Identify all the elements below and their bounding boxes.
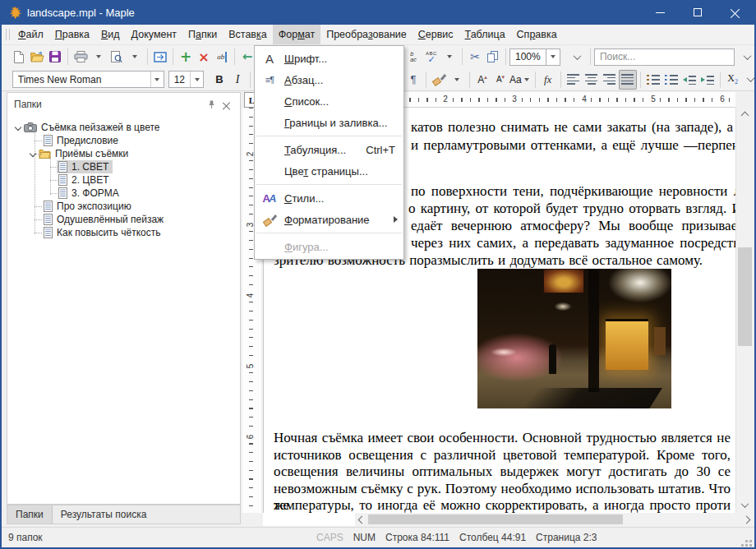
justify-button[interactable] — [619, 70, 637, 90]
rename-button[interactable]: ab — [213, 47, 231, 67]
shrink-font-button[interactable]: A▾ — [491, 70, 509, 90]
toolbar-overflow-button[interactable] — [742, 70, 756, 90]
menu-table[interactable]: Таблица — [459, 25, 511, 44]
close-icon — [731, 7, 740, 17]
decrease-indent-button[interactable] — [680, 70, 698, 90]
tree-item-root[interactable]: Съёмка пейзажей в цвете — [7, 121, 240, 134]
open-button[interactable] — [28, 47, 46, 67]
font-family-combo[interactable]: Times New Roman — [12, 71, 164, 88]
tree-item[interactable]: 2. ЦВЕТ — [7, 173, 240, 187]
cut-button[interactable]: ✂ — [466, 47, 484, 67]
line-indicator: Строка 84:111 — [385, 532, 449, 543]
ceiling-lamp — [551, 301, 574, 312]
menu-view[interactable]: Вид — [95, 25, 126, 44]
menu-document[interactable]: Документ — [126, 25, 182, 44]
menu-folders[interactable]: Папки — [182, 25, 223, 44]
search-input[interactable]: Поиск... — [594, 48, 735, 66]
scroll-right-button[interactable] — [740, 513, 753, 526]
ruler-number: 4 — [579, 95, 589, 104]
subscript-button[interactable]: X2 — [724, 70, 742, 90]
change-case-dropdown-button[interactable]: Aa — [509, 70, 532, 90]
scroll-down-button[interactable] — [736, 499, 753, 511]
menu-item-tabs[interactable]: Табуляция... Ctrl+T — [255, 139, 403, 160]
menu-item-page-color[interactable]: Цвет страницы... — [255, 160, 403, 182]
menu-insert[interactable]: Вставка — [223, 25, 272, 44]
close-panel-button[interactable] — [219, 97, 233, 112]
pin-panel-button[interactable] — [204, 97, 219, 112]
menu-item-paragraph[interactable]: ≡¶ Абзац... — [255, 69, 403, 90]
align-right-button[interactable] — [601, 70, 619, 90]
document-text-line: о картину, от которой будет трудно оторв… — [408, 201, 735, 217]
menu-edit[interactable]: Правка — [49, 25, 95, 44]
bullet-list-button[interactable] — [662, 70, 680, 90]
tree-item[interactable]: Предисловие — [7, 134, 240, 147]
shop-sign — [543, 269, 584, 293]
chevron-down-icon[interactable] — [15, 124, 21, 131]
scroll-up-button[interactable] — [736, 109, 753, 122]
add-folder-button[interactable]: + — [177, 47, 195, 67]
menu-file[interactable]: Файл — [12, 25, 49, 44]
formula-button[interactable]: fx — [539, 70, 557, 90]
menu-service[interactable]: Сервис — [413, 25, 459, 44]
minimize-button[interactable] — [641, 0, 679, 25]
menu-help[interactable]: Справка — [511, 25, 563, 44]
menu-item-font[interactable]: A Шрифт... — [255, 48, 403, 69]
tree-item[interactable]: Как повысить чёткость — [7, 226, 240, 239]
zoom-dropdown[interactable] — [546, 48, 560, 66]
horizontal-scroll-thumb[interactable] — [368, 514, 623, 524]
menu-item-styles[interactable]: AA Стили... — [255, 187, 403, 209]
grow-font-button[interactable]: A▴ — [473, 70, 491, 90]
spellcheck-button[interactable]: ABC✓ — [422, 47, 440, 67]
font-size-combo[interactable]: 12 — [168, 71, 204, 88]
rename-icon: ab — [217, 52, 227, 62]
spellcheck-dropdown[interactable] — [440, 47, 459, 67]
italic-button[interactable]: I — [228, 70, 247, 90]
shrink-font-icon: A▾ — [496, 74, 505, 84]
menu-transform[interactable]: Преобразование — [320, 25, 413, 44]
embedded-photo[interactable] — [477, 269, 671, 408]
delete-button[interactable]: × — [195, 47, 213, 67]
menubar-grip[interactable] — [6, 29, 10, 40]
scroll-left-button[interactable] — [355, 513, 368, 526]
tree-item-folder[interactable]: Приёмы съёмки — [7, 147, 240, 160]
menu-item-borders-shading[interactable]: Границы и заливка... — [255, 112, 403, 133]
close-button[interactable] — [717, 0, 754, 25]
menu-item-list[interactable]: Список... — [255, 90, 403, 112]
tree-item[interactable]: Одушевлённый пейзаж — [7, 213, 240, 226]
menu-format[interactable]: Формат — [273, 25, 320, 44]
numbered-list-button[interactable] — [644, 70, 662, 90]
change-case-button[interactable]: bac — [404, 47, 422, 67]
align-left-button[interactable] — [565, 70, 583, 90]
tree-item-selected[interactable]: 1. СВЕТ — [7, 160, 240, 173]
vertical-scroll-thumb[interactable] — [738, 247, 752, 346]
bold-button[interactable]: B — [210, 70, 228, 90]
tree-item-label: Одушевлённый пейзаж — [57, 214, 164, 225]
tab-folders[interactable]: Папки — [7, 505, 53, 524]
format-painter-button[interactable] — [430, 70, 448, 90]
toolbar-overflow-button[interactable] — [569, 47, 587, 67]
save-button[interactable] — [46, 47, 64, 67]
horizontal-scrollbar[interactable] — [355, 513, 753, 526]
print-preview-button[interactable] — [108, 47, 126, 67]
tree-item[interactable]: 3. ФОРМА — [7, 187, 240, 200]
vertical-scrollbar[interactable] — [735, 108, 753, 513]
print-dropdown[interactable] — [90, 47, 108, 67]
resize-grip[interactable] — [745, 540, 748, 542]
format-painter-dropdown[interactable] — [448, 70, 466, 90]
formatting-marks-button[interactable]: ¶ — [404, 70, 422, 90]
print-button[interactable] — [71, 47, 90, 67]
tree-item[interactable]: Про экспозицию — [7, 200, 240, 213]
maximize-button[interactable] — [679, 0, 717, 25]
increase-indent-button[interactable] — [698, 70, 717, 90]
copy-button[interactable] — [484, 47, 502, 67]
export-window-button[interactable] — [151, 47, 169, 67]
search-options-button[interactable] — [738, 47, 756, 67]
tab-search-results[interactable]: Результаты поиска — [53, 505, 155, 524]
chevron-down-icon[interactable] — [30, 150, 36, 157]
spellcheck-icon: ABC✓ — [426, 51, 437, 62]
preview-dropdown[interactable] — [126, 47, 144, 67]
zoom-combo[interactable]: 100% — [509, 48, 546, 66]
menu-item-formatting[interactable]: Форматирование — [255, 209, 403, 230]
align-center-button[interactable] — [583, 70, 601, 90]
new-document-button[interactable] — [10, 47, 28, 67]
